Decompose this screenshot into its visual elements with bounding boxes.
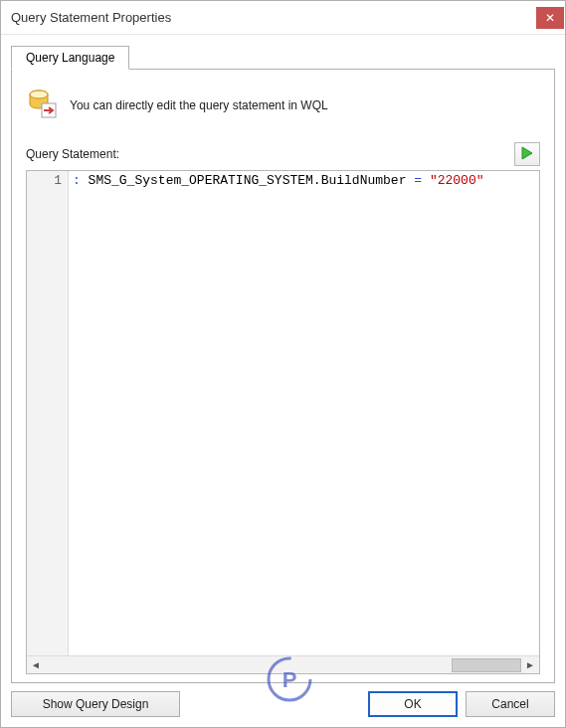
button-label: Cancel (491, 697, 528, 711)
button-label: OK (404, 697, 421, 711)
dialog-button-row: Show Query Design OK Cancel (1, 683, 565, 727)
cancel-button[interactable]: Cancel (466, 691, 555, 717)
db-export-icon (26, 88, 58, 122)
info-row: You can directly edit the query statemen… (26, 88, 540, 122)
run-query-button[interactable] (514, 142, 540, 166)
tab-panel: You can directly edit the query statemen… (11, 69, 555, 683)
line-number: 1 (54, 173, 62, 188)
close-icon: ✕ (545, 12, 555, 24)
titlebar: Query Statement Properties ✕ (1, 1, 565, 35)
line-gutter: 1 (27, 171, 69, 655)
scroll-track[interactable] (45, 657, 521, 673)
close-button[interactable]: ✕ (536, 7, 564, 29)
tab-label: Query Language (26, 51, 114, 65)
code-text[interactable]: : SMS_G_System_OPERATING_SYSTEM.BuildNum… (69, 171, 539, 655)
window-title: Query Statement Properties (11, 10, 171, 25)
scroll-left-arrow-icon[interactable]: ◄ (27, 657, 45, 673)
svg-point-1 (30, 91, 48, 98)
tab-strip: Query Language (11, 45, 555, 69)
query-statement-label: Query Statement: (26, 147, 119, 161)
code-editor[interactable]: 1 : SMS_G_System_OPERATING_SYSTEM.BuildN… (26, 170, 540, 674)
info-text: You can directly edit the query statemen… (70, 98, 328, 112)
scroll-right-arrow-icon[interactable]: ► (521, 657, 539, 673)
scroll-thumb[interactable] (452, 658, 521, 672)
dialog-window: Query Statement Properties ✕ Query Langu… (0, 0, 566, 728)
svg-marker-3 (522, 147, 532, 159)
run-icon (521, 146, 533, 163)
content-area: Query Language You can directly edit the… (1, 35, 565, 683)
horizontal-scrollbar[interactable]: ◄ ► (27, 655, 539, 673)
tab-query-language[interactable]: Query Language (11, 46, 129, 70)
button-label: Show Query Design (43, 697, 149, 711)
ok-button[interactable]: OK (368, 691, 458, 717)
show-query-design-button[interactable]: Show Query Design (11, 691, 180, 717)
editor-body: 1 : SMS_G_System_OPERATING_SYSTEM.BuildN… (27, 171, 539, 655)
query-statement-header: Query Statement: (26, 142, 540, 166)
